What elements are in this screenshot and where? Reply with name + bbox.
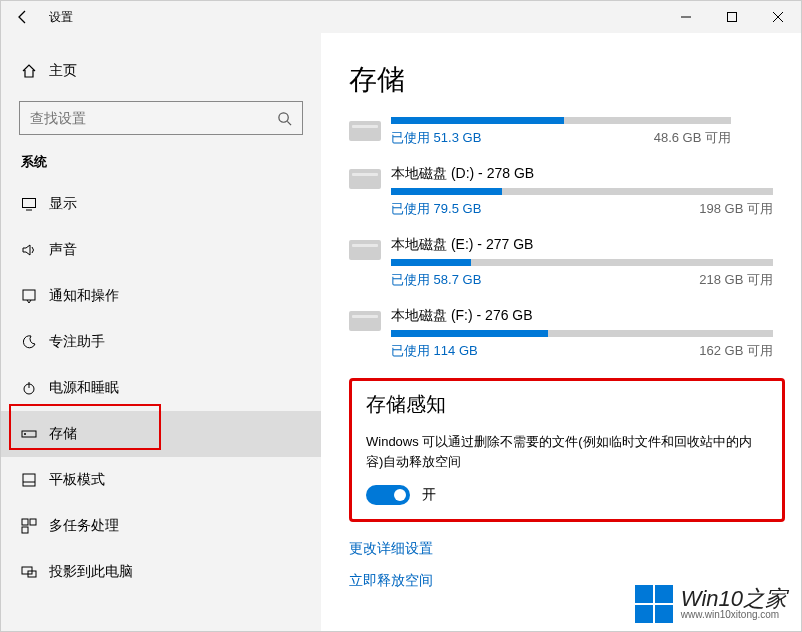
sidebar-item-label: 存储: [49, 425, 77, 443]
watermark-brand: Win10: [681, 586, 743, 611]
search-box[interactable]: [19, 101, 303, 135]
storage-sense-toggle[interactable]: [366, 485, 410, 505]
search-icon: [277, 111, 292, 126]
svg-rect-1: [728, 13, 737, 22]
watermark: Win10之家 www.win10xitong.com: [635, 585, 787, 623]
drive-title: 本地磁盘 (F:) - 276 GB: [391, 307, 785, 325]
tablet-icon: [21, 472, 45, 488]
sound-icon: [21, 242, 45, 258]
drive-icon: [349, 169, 381, 189]
minimize-button[interactable]: [663, 1, 709, 33]
svg-rect-6: [23, 290, 35, 300]
display-icon: [21, 196, 45, 212]
svg-rect-11: [23, 474, 35, 486]
link-change-settings[interactable]: 更改详细设置: [349, 540, 785, 558]
drive-title: 本地磁盘 (D:) - 278 GB: [391, 165, 785, 183]
toggle-state-label: 开: [422, 486, 436, 504]
storage-sense-heading: 存储感知: [366, 391, 768, 418]
home-button[interactable]: 主页: [1, 51, 321, 91]
free-label: 198 GB 可用: [699, 200, 773, 218]
windows-logo-icon: [635, 585, 673, 623]
sidebar-item-project[interactable]: 投影到此电脑: [1, 549, 321, 595]
drive-item[interactable]: 已使用 51.3 GB48.6 GB 可用: [349, 117, 785, 147]
svg-rect-15: [22, 527, 28, 533]
free-label: 162 GB 可用: [699, 342, 773, 360]
sidebar-item-label: 通知和操作: [49, 287, 119, 305]
home-icon: [21, 63, 45, 79]
svg-line-3: [287, 121, 291, 125]
usage-bar: [391, 259, 773, 266]
sidebar-item-focus[interactable]: 专注助手: [1, 319, 321, 365]
moon-icon: [21, 334, 45, 350]
used-label: 已使用 114 GB: [391, 342, 478, 360]
drive-title: 本地磁盘 (E:) - 277 GB: [391, 236, 785, 254]
annotation-highlight-main: 存储感知 Windows 可以通过删除不需要的文件(例如临时文件和回收站中的内容…: [349, 378, 785, 522]
sidebar-section-title: 系统: [1, 153, 321, 171]
sidebar-item-label: 投影到此电脑: [49, 563, 133, 581]
notification-icon: [21, 288, 45, 304]
sidebar-item-multitask[interactable]: 多任务处理: [1, 503, 321, 549]
used-label: 已使用 79.5 GB: [391, 200, 481, 218]
storage-sense-desc: Windows 可以通过删除不需要的文件(例如临时文件和回收站中的内容)自动释放…: [366, 432, 768, 471]
sidebar-item-label: 显示: [49, 195, 77, 213]
drive-icon: [349, 121, 381, 141]
page-title: 存储: [349, 61, 785, 99]
usage-bar: [391, 117, 731, 124]
sidebar-item-tablet[interactable]: 平板模式: [1, 457, 321, 503]
sidebar-item-power[interactable]: 电源和睡眠: [1, 365, 321, 411]
multitask-icon: [21, 518, 45, 534]
sidebar: 主页 系统 显示 声音 通知和操作: [1, 33, 321, 631]
sidebar-item-label: 专注助手: [49, 333, 105, 351]
free-label: 48.6 GB 可用: [654, 129, 731, 147]
sidebar-item-label: 平板模式: [49, 471, 105, 489]
free-label: 218 GB 可用: [699, 271, 773, 289]
sidebar-item-notifications[interactable]: 通知和操作: [1, 273, 321, 319]
main-panel: 存储 已使用 51.3 GB48.6 GB 可用本地磁盘 (D:) - 278 …: [321, 33, 801, 631]
storage-icon: [21, 426, 45, 442]
svg-rect-14: [30, 519, 36, 525]
sidebar-item-label: 声音: [49, 241, 77, 259]
drive-item[interactable]: 本地磁盘 (D:) - 278 GB已使用 79.5 GB198 GB 可用: [349, 165, 785, 218]
used-label: 已使用 51.3 GB: [391, 129, 481, 147]
svg-point-2: [279, 112, 288, 121]
sidebar-item-storage[interactable]: 存储: [1, 411, 321, 457]
title-bar: 设置: [1, 1, 801, 33]
drive-item[interactable]: 本地磁盘 (E:) - 277 GB已使用 58.7 GB218 GB 可用: [349, 236, 785, 289]
usage-bar: [391, 330, 773, 337]
drive-icon: [349, 311, 381, 331]
drive-icon: [349, 240, 381, 260]
usage-bar: [391, 188, 773, 195]
maximize-button[interactable]: [709, 1, 755, 33]
svg-rect-13: [22, 519, 28, 525]
close-button[interactable]: [755, 1, 801, 33]
sidebar-item-sound[interactable]: 声音: [1, 227, 321, 273]
used-label: 已使用 58.7 GB: [391, 271, 481, 289]
search-input[interactable]: [30, 110, 250, 126]
svg-point-10: [24, 433, 26, 435]
watermark-suffix: 之家: [743, 586, 787, 611]
power-icon: [21, 380, 45, 396]
project-icon: [21, 564, 45, 580]
sidebar-item-display[interactable]: 显示: [1, 181, 321, 227]
drive-item[interactable]: 本地磁盘 (F:) - 276 GB已使用 114 GB162 GB 可用: [349, 307, 785, 360]
back-button[interactable]: [1, 9, 45, 25]
sidebar-item-label: 多任务处理: [49, 517, 119, 535]
sidebar-item-label: 电源和睡眠: [49, 379, 119, 397]
svg-rect-4: [23, 199, 36, 208]
window-title: 设置: [49, 9, 73, 26]
watermark-url: www.win10xitong.com: [681, 610, 779, 621]
home-label: 主页: [49, 62, 77, 80]
